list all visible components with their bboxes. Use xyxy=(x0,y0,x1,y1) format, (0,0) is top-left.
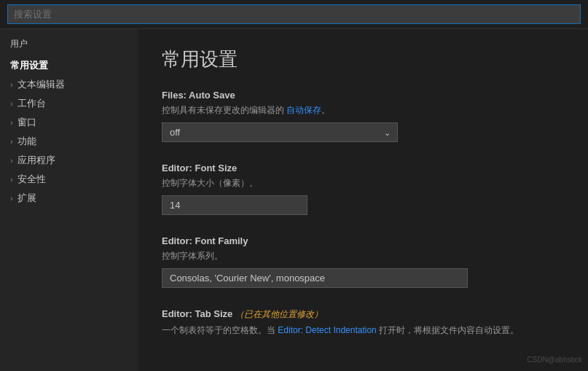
chevron-icon: › xyxy=(10,156,13,165)
setting-font-family: Editor: Font Family 控制字体系列。 xyxy=(162,235,565,288)
font-size-desc: 控制字体大小（像素）。 xyxy=(162,176,565,190)
font-family-input[interactable] xyxy=(162,268,468,288)
auto-save-select[interactable]: off afterDelay onFocusChange onWindowCha… xyxy=(162,122,398,142)
sidebar-item-text-editor[interactable]: › 文本编辑器 xyxy=(0,75,138,94)
chevron-icon: › xyxy=(10,175,13,184)
search-bar xyxy=(0,0,588,29)
tab-size-label-bold: Editor: Tab Size xyxy=(162,308,232,319)
sidebar-item-label: 窗口 xyxy=(17,116,36,129)
main-layout: 用户 常用设置 › 文本编辑器 › 工作台 › 窗口 › 功能 › 应用程序 ›… xyxy=(0,29,588,371)
sidebar-item-label: 功能 xyxy=(17,135,36,148)
auto-save-link[interactable]: 自动保存 xyxy=(286,105,321,115)
font-size-label: Editor: Font Size xyxy=(162,163,565,173)
watermark: CSDN@abhsbck xyxy=(527,356,582,364)
sidebar-user-label: 用户 xyxy=(0,35,138,56)
chevron-icon: › xyxy=(10,194,13,203)
content-area: 常用设置 Files: Auto Save 控制具有未保存更改的编辑器的 自动保… xyxy=(138,29,588,371)
auto-save-select-wrapper: off afterDelay onFocusChange onWindowCha… xyxy=(162,122,398,142)
tab-size-link[interactable]: Editor: Detect Indentation xyxy=(278,325,376,335)
chevron-icon: › xyxy=(10,137,13,146)
sidebar-item-label: 应用程序 xyxy=(17,154,55,167)
chevron-icon: › xyxy=(10,80,13,89)
setting-tab-size: Editor: Tab Size （已在其他位置修改） 一个制表符等于的空格数。… xyxy=(162,308,565,337)
font-family-label: Editor: Font Family xyxy=(162,235,565,246)
search-input[interactable] xyxy=(7,4,581,24)
auto-save-desc: 控制具有未保存更改的编辑器的 自动保存。 xyxy=(162,104,565,117)
tab-size-desc-before: 一个制表符等于的空格数。当 xyxy=(162,325,278,335)
sidebar-item-general[interactable]: 常用设置 xyxy=(0,56,138,75)
sidebar-item-label: 安全性 xyxy=(17,173,46,186)
sidebar: 用户 常用设置 › 文本编辑器 › 工作台 › 窗口 › 功能 › 应用程序 ›… xyxy=(0,29,138,371)
chevron-icon: › xyxy=(10,118,13,127)
sidebar-item-applications[interactable]: › 应用程序 xyxy=(0,151,138,170)
sidebar-item-window[interactable]: › 窗口 xyxy=(0,113,138,132)
page-title: 常用设置 xyxy=(162,47,565,72)
tab-size-desc-after: 打开时，将根据文件内容自动设置。 xyxy=(377,325,519,335)
auto-save-desc-before: 控制具有未保存更改的编辑器的 xyxy=(162,105,286,115)
sidebar-item-label: 文本编辑器 xyxy=(17,78,65,91)
sidebar-item-security[interactable]: › 安全性 xyxy=(0,170,138,189)
font-family-desc: 控制字体系列。 xyxy=(162,249,565,262)
sidebar-item-workbench[interactable]: › 工作台 xyxy=(0,94,138,113)
auto-save-label: Files: Auto Save xyxy=(162,90,565,101)
sidebar-item-label: 常用设置 xyxy=(10,59,48,72)
chevron-icon: › xyxy=(10,99,13,108)
tab-size-label: Editor: Tab Size （已在其他位置修改） xyxy=(162,308,565,321)
setting-auto-save: Files: Auto Save 控制具有未保存更改的编辑器的 自动保存。 of… xyxy=(162,90,565,142)
auto-save-desc-after: 。 xyxy=(321,105,330,115)
setting-font-size: Editor: Font Size 控制字体大小（像素）。 xyxy=(162,163,565,215)
sidebar-item-label: 工作台 xyxy=(17,97,46,110)
sidebar-item-extensions[interactable]: › 扩展 xyxy=(0,189,138,208)
font-size-input[interactable] xyxy=(162,195,307,215)
tab-size-modified-badge: （已在其他位置修改） xyxy=(235,309,323,319)
tab-size-desc: 一个制表符等于的空格数。当 Editor: Detect Indentation… xyxy=(162,324,565,337)
sidebar-item-features[interactable]: › 功能 xyxy=(0,132,138,151)
sidebar-item-label: 扩展 xyxy=(17,192,36,205)
